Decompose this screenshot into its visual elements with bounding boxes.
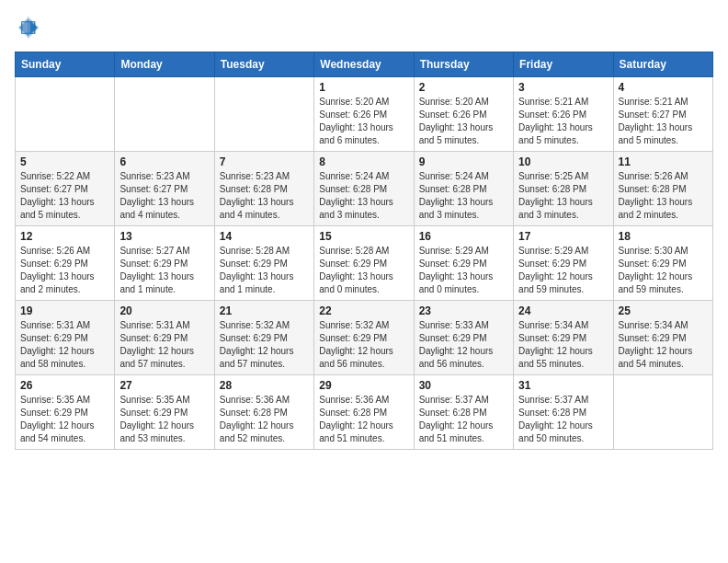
calendar-day-cell: 14Sunrise: 5:28 AM Sunset: 6:29 PM Dayli… (214, 226, 313, 301)
day-number: 18 (619, 230, 708, 243)
day-info: Sunrise: 5:33 AM Sunset: 6:29 PM Dayligh… (419, 319, 508, 371)
day-number: 26 (20, 379, 109, 392)
day-info: Sunrise: 5:31 AM Sunset: 6:29 PM Dayligh… (119, 319, 209, 371)
day-info: Sunrise: 5:20 AM Sunset: 6:26 PM Dayligh… (319, 96, 408, 147)
day-number: 17 (518, 230, 608, 243)
calendar-day-cell: 20Sunrise: 5:31 AM Sunset: 6:29 PM Dayli… (115, 301, 214, 375)
calendar-day-cell: 18Sunrise: 5:30 AM Sunset: 6:29 PM Dayli… (613, 226, 712, 301)
weekday-header: Thursday (414, 52, 513, 77)
calendar-day-cell: 23Sunrise: 5:33 AM Sunset: 6:29 PM Dayli… (414, 301, 513, 375)
calendar-day-cell: 1Sunrise: 5:20 AM Sunset: 6:26 PM Daylig… (314, 77, 414, 152)
day-info: Sunrise: 5:24 AM Sunset: 6:28 PM Dayligh… (319, 170, 408, 222)
weekday-header: Monday (115, 52, 214, 77)
calendar-day-cell: 26Sunrise: 5:35 AM Sunset: 6:29 PM Dayli… (16, 375, 115, 450)
calendar-day-cell: 30Sunrise: 5:37 AM Sunset: 6:28 PM Dayli… (414, 375, 513, 450)
calendar-day-cell: 8Sunrise: 5:24 AM Sunset: 6:28 PM Daylig… (314, 152, 414, 226)
day-info: Sunrise: 5:35 AM Sunset: 6:29 PM Dayligh… (20, 394, 109, 445)
calendar-day-cell: 9Sunrise: 5:24 AM Sunset: 6:28 PM Daylig… (414, 152, 513, 226)
day-info: Sunrise: 5:25 AM Sunset: 6:28 PM Dayligh… (518, 170, 608, 222)
day-info: Sunrise: 5:29 AM Sunset: 6:29 PM Dayligh… (518, 245, 608, 296)
calendar-day-cell (214, 77, 313, 152)
day-number: 31 (518, 379, 608, 392)
day-info: Sunrise: 5:23 AM Sunset: 6:28 PM Dayligh… (220, 170, 309, 222)
calendar-day-cell: 24Sunrise: 5:34 AM Sunset: 6:29 PM Dayli… (514, 301, 613, 375)
calendar-week-row: 1Sunrise: 5:20 AM Sunset: 6:26 PM Daylig… (16, 77, 713, 152)
calendar-day-cell (115, 77, 214, 152)
calendar-day-cell (613, 375, 712, 450)
weekday-header: Saturday (613, 52, 712, 77)
day-info: Sunrise: 5:20 AM Sunset: 6:26 PM Dayligh… (419, 96, 508, 147)
day-number: 11 (619, 155, 708, 168)
day-number: 27 (119, 379, 209, 392)
calendar-day-cell: 7Sunrise: 5:23 AM Sunset: 6:28 PM Daylig… (214, 152, 313, 226)
day-number: 10 (518, 155, 608, 168)
calendar-day-cell: 13Sunrise: 5:27 AM Sunset: 6:29 PM Dayli… (115, 226, 214, 301)
calendar-day-cell: 2Sunrise: 5:20 AM Sunset: 6:26 PM Daylig… (414, 77, 513, 152)
day-info: Sunrise: 5:36 AM Sunset: 6:28 PM Dayligh… (220, 394, 309, 445)
calendar-day-cell: 25Sunrise: 5:34 AM Sunset: 6:29 PM Dayli… (613, 301, 712, 375)
weekday-header: Sunday (16, 52, 115, 77)
day-number: 3 (518, 81, 608, 94)
weekday-header: Wednesday (314, 52, 414, 77)
day-info: Sunrise: 5:32 AM Sunset: 6:29 PM Dayligh… (319, 319, 408, 371)
day-number: 8 (319, 155, 408, 168)
calendar-day-cell: 15Sunrise: 5:28 AM Sunset: 6:29 PM Dayli… (314, 226, 414, 301)
day-number: 12 (20, 230, 109, 243)
calendar-day-cell: 12Sunrise: 5:26 AM Sunset: 6:29 PM Dayli… (16, 226, 115, 301)
logo (15, 15, 44, 40)
day-number: 19 (20, 304, 109, 317)
day-number: 7 (220, 155, 309, 168)
day-number: 21 (220, 304, 309, 317)
day-number: 16 (419, 230, 508, 243)
day-info: Sunrise: 5:27 AM Sunset: 6:29 PM Dayligh… (119, 245, 209, 296)
day-number: 30 (419, 379, 508, 392)
day-number: 9 (419, 155, 508, 168)
day-info: Sunrise: 5:34 AM Sunset: 6:29 PM Dayligh… (619, 319, 708, 371)
calendar-day-cell: 19Sunrise: 5:31 AM Sunset: 6:29 PM Dayli… (16, 301, 115, 375)
day-number: 29 (319, 379, 408, 392)
day-number: 23 (419, 304, 508, 317)
day-number: 4 (619, 81, 708, 94)
day-info: Sunrise: 5:30 AM Sunset: 6:29 PM Dayligh… (619, 245, 708, 296)
calendar-day-cell: 21Sunrise: 5:32 AM Sunset: 6:29 PM Dayli… (214, 301, 313, 375)
calendar-week-row: 19Sunrise: 5:31 AM Sunset: 6:29 PM Dayli… (16, 301, 713, 375)
calendar-day-cell: 16Sunrise: 5:29 AM Sunset: 6:29 PM Dayli… (414, 226, 513, 301)
day-info: Sunrise: 5:31 AM Sunset: 6:29 PM Dayligh… (20, 319, 109, 371)
day-number: 28 (220, 379, 309, 392)
day-info: Sunrise: 5:23 AM Sunset: 6:27 PM Dayligh… (119, 170, 209, 222)
day-number: 20 (119, 304, 209, 317)
calendar-table: SundayMondayTuesdayWednesdayThursdayFrid… (15, 52, 713, 450)
calendar-day-cell: 11Sunrise: 5:26 AM Sunset: 6:28 PM Dayli… (613, 152, 712, 226)
calendar-week-row: 5Sunrise: 5:22 AM Sunset: 6:27 PM Daylig… (16, 152, 713, 226)
calendar-day-cell: 3Sunrise: 5:21 AM Sunset: 6:26 PM Daylig… (514, 77, 613, 152)
logo-icon (15, 15, 40, 40)
calendar-day-cell: 10Sunrise: 5:25 AM Sunset: 6:28 PM Dayli… (514, 152, 613, 226)
day-number: 24 (518, 304, 608, 317)
day-info: Sunrise: 5:28 AM Sunset: 6:29 PM Dayligh… (220, 245, 309, 296)
calendar-day-cell (16, 77, 115, 152)
day-info: Sunrise: 5:35 AM Sunset: 6:29 PM Dayligh… (119, 394, 209, 445)
calendar-header-row: SundayMondayTuesdayWednesdayThursdayFrid… (16, 52, 713, 77)
day-number: 15 (319, 230, 408, 243)
day-number: 6 (119, 155, 209, 168)
day-info: Sunrise: 5:21 AM Sunset: 6:26 PM Dayligh… (518, 96, 608, 147)
day-number: 13 (119, 230, 209, 243)
calendar-day-cell: 6Sunrise: 5:23 AM Sunset: 6:27 PM Daylig… (115, 152, 214, 226)
day-info: Sunrise: 5:32 AM Sunset: 6:29 PM Dayligh… (220, 319, 309, 371)
day-info: Sunrise: 5:21 AM Sunset: 6:27 PM Dayligh… (619, 96, 708, 147)
day-number: 25 (619, 304, 708, 317)
calendar-day-cell: 17Sunrise: 5:29 AM Sunset: 6:29 PM Dayli… (514, 226, 613, 301)
weekday-header: Tuesday (214, 52, 313, 77)
day-number: 2 (419, 81, 508, 94)
calendar-day-cell: 29Sunrise: 5:36 AM Sunset: 6:28 PM Dayli… (314, 375, 414, 450)
day-number: 14 (220, 230, 309, 243)
day-number: 22 (319, 304, 408, 317)
calendar-day-cell: 4Sunrise: 5:21 AM Sunset: 6:27 PM Daylig… (613, 77, 712, 152)
calendar-day-cell: 22Sunrise: 5:32 AM Sunset: 6:29 PM Dayli… (314, 301, 414, 375)
calendar-day-cell: 5Sunrise: 5:22 AM Sunset: 6:27 PM Daylig… (16, 152, 115, 226)
day-info: Sunrise: 5:37 AM Sunset: 6:28 PM Dayligh… (419, 394, 508, 445)
calendar-week-row: 26Sunrise: 5:35 AM Sunset: 6:29 PM Dayli… (16, 375, 713, 450)
day-info: Sunrise: 5:26 AM Sunset: 6:29 PM Dayligh… (20, 245, 109, 296)
day-info: Sunrise: 5:26 AM Sunset: 6:28 PM Dayligh… (619, 170, 708, 222)
day-number: 1 (319, 81, 408, 94)
